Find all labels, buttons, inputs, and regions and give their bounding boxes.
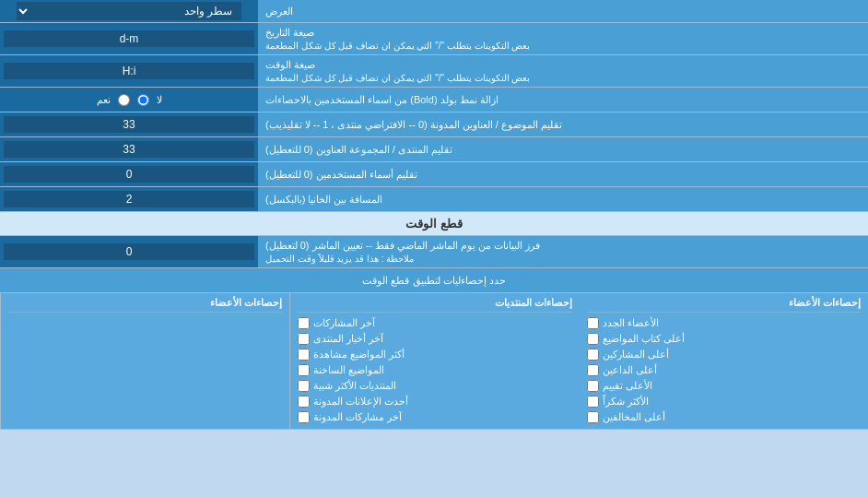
username-row: تقليم أسماء المستخدمين (0 للتعطيل) <box>0 162 868 187</box>
cb-latest-blog-ads-input[interactable] <box>298 396 310 408</box>
cb-top-violators: أعلى المخالفين <box>587 409 861 425</box>
cb-most-viewed-input[interactable] <box>298 349 310 361</box>
display-row: العرض سطر واحد سطرين ثلاثة أسطر <box>0 0 868 23</box>
checkbox-col-2: إحصاءات المنتديات آخر المشاركات آخر أخبا… <box>289 293 579 429</box>
stats-limit-row: حدد إحصاءليات لتطبيق قطع الوقت <box>0 268 868 293</box>
forum-label: تقليم المنتدى / المجموعة العناوين (0 للت… <box>258 137 868 161</box>
cb-hot-topics-input[interactable] <box>298 364 310 376</box>
topic-input-container <box>0 112 258 136</box>
cb-most-viewed: أكثر المواضيع مشاهدة <box>298 347 571 362</box>
fetch-label: فرز البيانات من يوم الماشر الماضي فقط --… <box>258 236 868 267</box>
bold-row: ازالة نمط بولد (Bold) من اسماء المستخدمي… <box>0 88 868 112</box>
fetch-input[interactable] <box>4 243 254 260</box>
date-format-input-container <box>0 23 258 54</box>
col3-title: إحصاءات الأعضاء <box>8 297 282 313</box>
bold-yes-radio[interactable] <box>118 94 130 106</box>
gap-input[interactable] <box>4 191 254 207</box>
display-dropdown[interactable]: سطر واحد سطرين ثلاثة أسطر <box>17 2 242 20</box>
forum-row: تقليم المنتدى / المجموعة العناوين (0 للت… <box>0 137 868 162</box>
cb-blog-posts-input[interactable] <box>298 411 310 423</box>
cb-forum-news: آخر أخبار المنتدى <box>298 331 571 347</box>
cb-participants-input[interactable] <box>587 349 599 361</box>
date-format-label: صيغة التاريخ بعض التكوينات يتطلب "/" الت… <box>258 23 868 54</box>
cb-inviters: أعلى الداعين <box>587 362 861 378</box>
gap-row: المسافة بين الخانيا (بالبكسل) <box>0 187 868 212</box>
bold-radio-container: لا نعم <box>0 88 258 112</box>
gap-label: المسافة بين الخانيا (بالبكسل) <box>258 187 868 211</box>
col1-title: إحصاءات الأعضاء <box>587 297 861 313</box>
time-cut-header: قطع الوقت <box>0 212 868 236</box>
checkbox-col-1: إحصاءات الأعضاء الأعضاء الجدد أعلى كتاب … <box>580 293 868 429</box>
cb-hot-topics: المواضيع الساخنة <box>298 362 571 378</box>
time-format-label: صيغة الوقت بعض التكوينات يتطلب "/" التي … <box>258 55 868 87</box>
fetch-input-container <box>0 236 258 267</box>
cb-top-violators-input[interactable] <box>587 411 599 423</box>
cb-members-new-input[interactable] <box>587 317 599 329</box>
time-format-input-container <box>0 55 258 87</box>
bold-radio-group: لا نعم <box>89 94 170 106</box>
cb-inviters-input[interactable] <box>587 364 599 376</box>
cb-members-new: الأعضاء الجدد <box>587 315 861 331</box>
cb-participants: أعلى المشاركين <box>587 347 861 362</box>
cb-popular-forums: المنتديات الأكثر شبية <box>298 378 571 394</box>
cb-most-thanked: الأكثر شكراً <box>587 394 861 409</box>
forum-input[interactable] <box>4 141 254 158</box>
cb-last-posts: آخر المشاركات <box>298 315 571 331</box>
col2-title: إحصاءات المنتديات <box>298 297 571 313</box>
bold-no-label: لا <box>157 94 162 106</box>
cb-popular-forums-input[interactable] <box>298 380 310 392</box>
topic-input[interactable] <box>4 116 254 133</box>
username-label: تقليم أسماء المستخدمين (0 للتعطيل) <box>258 162 868 186</box>
username-input[interactable] <box>4 166 254 183</box>
cb-top-rated-input[interactable] <box>587 380 599 392</box>
time-format-input[interactable] <box>4 63 254 79</box>
cb-latest-blog-ads: أحدث الإعلانات المدونة <box>298 394 571 409</box>
forum-input-container <box>0 137 258 161</box>
date-format-row: صيغة التاريخ بعض التكوينات يتطلب "/" الت… <box>0 23 868 55</box>
gap-input-container <box>0 187 258 211</box>
cb-last-posts-input[interactable] <box>298 317 310 329</box>
display-label: العرض <box>258 0 868 22</box>
bold-yes-label: نعم <box>97 94 111 106</box>
cb-topic-writers-input[interactable] <box>587 333 599 345</box>
cb-topic-writers: أعلى كتاب المواضيع <box>587 331 861 347</box>
bold-no-radio[interactable] <box>137 94 149 106</box>
fetch-row: فرز البيانات من يوم الماشر الماضي فقط --… <box>0 236 868 268</box>
topic-row: تقليم الموضوع / العناوين المدونة (0 -- ا… <box>0 112 868 137</box>
username-input-container <box>0 162 258 186</box>
cb-blog-posts: آخر مشاركات المدونة <box>298 409 571 425</box>
time-format-row: صيغة الوقت بعض التكوينات يتطلب "/" التي … <box>0 55 868 88</box>
checkboxes-area: إحصاءات الأعضاء الأعضاء الجدد أعلى كتاب … <box>0 293 868 430</box>
cb-most-thanked-input[interactable] <box>587 396 599 408</box>
cb-forum-news-input[interactable] <box>298 333 310 345</box>
checkbox-col-3: إحصاءات الأعضاء <box>0 293 289 429</box>
cb-top-rated: الأعلى تقييم <box>587 378 861 394</box>
date-format-input[interactable] <box>4 30 254 47</box>
stats-limit-label: حدد إحصاءليات لتطبيق قطع الوقت <box>0 268 868 292</box>
topic-label: تقليم الموضوع / العناوين المدونة (0 -- ا… <box>258 112 868 136</box>
bold-label: ازالة نمط بولد (Bold) من اسماء المستخدمي… <box>258 88 868 112</box>
display-select-container: سطر واحد سطرين ثلاثة أسطر <box>0 0 258 22</box>
